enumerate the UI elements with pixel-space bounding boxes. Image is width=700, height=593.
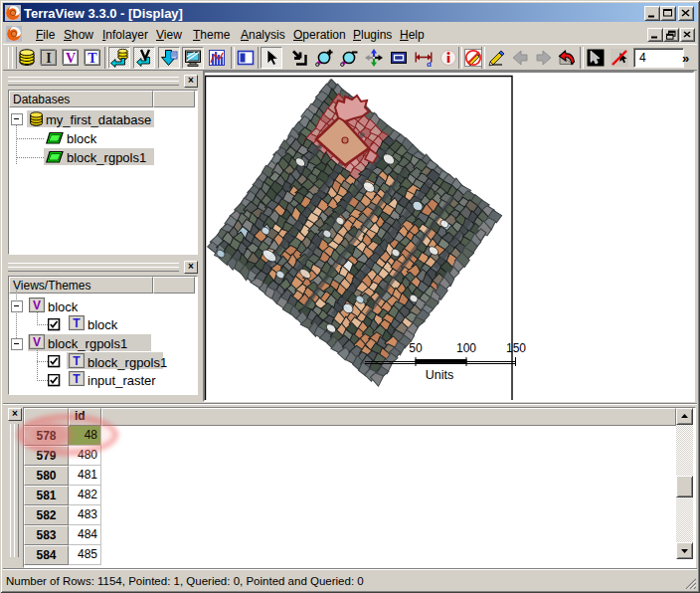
svg-text:V: V [33, 298, 41, 312]
svg-text:Units: Units [426, 368, 453, 382]
svg-text:T: T [73, 372, 81, 386]
svg-text:T: T [88, 51, 97, 66]
svg-text:d: d [427, 60, 432, 69]
svg-text:I: I [46, 51, 51, 66]
svg-text:T: T [73, 354, 81, 368]
svg-text:T: T [73, 316, 81, 330]
svg-text:50: 50 [409, 341, 423, 355]
svg-text:V: V [33, 335, 41, 349]
svg-text:100: 100 [456, 341, 476, 355]
svg-text:150: 150 [506, 341, 526, 355]
svg-text:V: V [66, 51, 76, 66]
